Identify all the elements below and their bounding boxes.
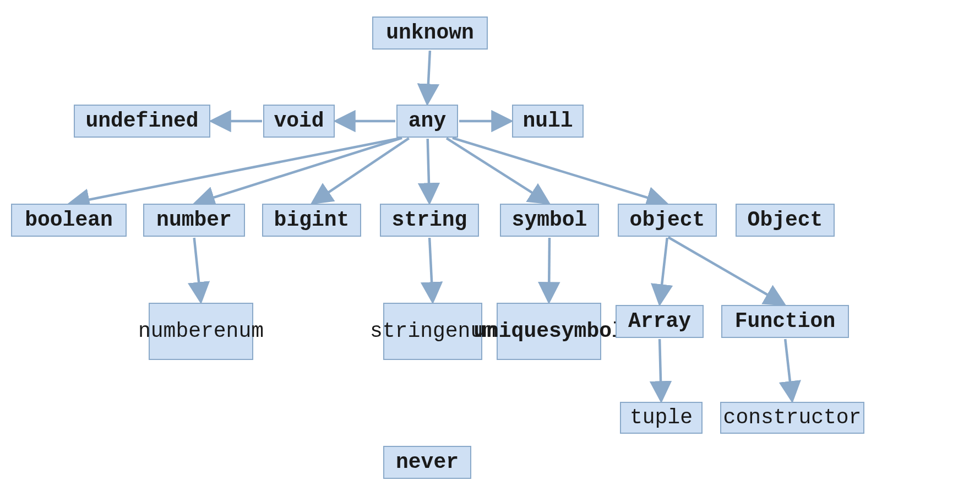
node-bigint: bigint [262,204,361,237]
node-never: never [383,446,471,479]
diagram-canvas: unknownundefinedvoidanynullbooleannumber… [0,0,980,502]
node-string_enum: stringenum [383,303,482,360]
edge-Array-to-tuple [660,339,661,400]
edge-string-to-string_enum [429,238,433,301]
edge-any-to-string [428,139,429,201]
edge-object-to-Array [660,238,667,303]
edge-symbol-to-unique_symbol [549,238,549,301]
node-number: number [143,204,245,237]
node-constructor: constructor [720,402,864,434]
edge-any-to-number [196,138,402,203]
node-Object: Object [736,204,835,237]
edge-any-to-symbol [447,138,548,203]
node-void: void [263,105,335,138]
node-unknown: unknown [372,17,488,50]
edge-any-to-object [453,138,665,203]
node-unique_symbol: uniquesymbol [497,303,601,360]
node-Function: Function [721,305,849,338]
node-Array: Array [616,305,704,338]
node-symbol: symbol [500,204,599,237]
node-boolean: boolean [11,204,127,237]
node-any: any [396,105,458,138]
edge-unknown-to-any [427,51,430,102]
edge-number-to-number_enum [194,238,201,301]
edge-object-to-Function [668,237,783,304]
node-undefined: undefined [74,105,210,138]
edge-Function-to-constructor [785,339,792,400]
node-number_enum: numberenum [149,303,253,360]
node-tuple: tuple [620,402,703,434]
edge-any-to-boolean [71,138,402,203]
node-null: null [512,105,584,138]
edge-any-to-bigint [313,138,409,203]
node-object: object [618,204,717,237]
node-string: string [380,204,479,237]
